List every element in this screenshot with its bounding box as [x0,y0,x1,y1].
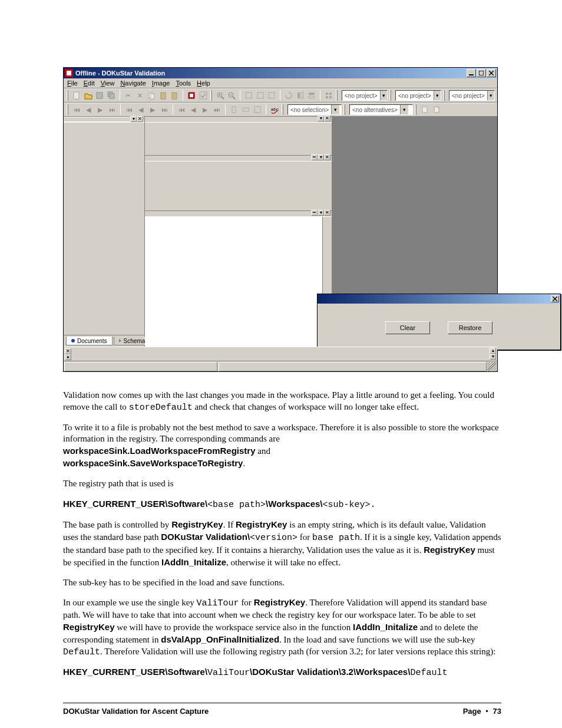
alternatives-combo[interactable]: <no alternatives>▾ [349,104,413,115]
chevron-down-icon[interactable]: ▾ [434,91,441,100]
bottom-close-icon[interactable]: ✕ [65,348,71,354]
menu-edit[interactable]: Edit [84,80,95,87]
svg-rect-24 [246,93,252,98]
pane-min-icon[interactable]: ━ [311,210,318,216]
save-icon[interactable] [94,90,105,101]
chevron-down-icon[interactable]: ▾ [331,105,339,114]
page1-icon[interactable] [419,104,430,115]
svg-rect-6 [74,92,79,99]
next-icon[interactable]: ▶ [95,104,105,115]
tab-documents[interactable]: Documents [66,337,113,345]
scroll-down-icon[interactable]: ▾ [490,354,496,360]
pane-dropdown-icon[interactable]: ▾ [318,210,324,216]
code-text: storeDefault [129,403,193,413]
svg-line-18 [222,97,224,99]
pane-close-icon[interactable]: ✕ [324,154,330,160]
menu-tools[interactable]: Tools [176,80,191,87]
api-name: workspaceSink.LoadWorkspaceFromRegistry [63,446,256,456]
svg-rect-3 [479,71,484,75]
toolbar-2: ⏮ ◀ ▶ ⏭ ⏮ ◀ ▶ ⏭ ⏮ ◀ ▶ ⏭ abc <no selectio… [64,103,497,117]
project-combo-3[interactable]: <no project>▾ [449,90,495,101]
new-icon[interactable] [71,90,82,101]
copy-icon[interactable] [146,90,157,101]
chevron-down-icon[interactable]: ▾ [487,91,494,100]
svg-rect-31 [326,93,328,95]
chevron-down-icon[interactable]: ▾ [380,91,387,100]
prev2-icon[interactable]: ◀ [135,104,146,115]
minimize-button[interactable] [467,69,476,77]
clear-button[interactable]: Clear [385,321,430,334]
fit3-icon[interactable] [267,90,277,101]
pane-dropdown-icon[interactable]: ▾ [318,116,324,121]
registry-path: HKEY_CURRENT_USER\Software\ [63,667,207,677]
saveall-icon[interactable] [106,90,117,101]
first3-icon[interactable]: ⏮ [176,104,187,115]
restore-button[interactable]: Restore [448,321,492,334]
fit1-icon[interactable] [243,90,254,101]
close-button[interactable] [487,69,496,77]
prev3-icon[interactable]: ◀ [188,104,199,115]
menu-navigate[interactable]: Navigate [120,80,146,87]
spellcheck-icon[interactable]: abc [269,104,280,115]
svg-rect-2 [469,74,474,75]
body-text: and check that changes of workspace will… [193,402,419,411]
delete-icon[interactable]: ✕ [135,90,146,101]
pane-dropdown-icon[interactable]: ▾ [130,116,137,122]
zoomin-icon[interactable] [215,90,226,101]
cut-icon[interactable]: ✂ [123,90,134,101]
layout1-icon[interactable] [295,90,306,101]
svg-rect-7 [97,93,103,98]
paste-icon[interactable] [158,90,168,101]
app-icon [65,69,73,77]
chevron-down-icon[interactable]: ▾ [400,105,408,114]
svg-rect-29 [309,93,315,95]
layout3-icon[interactable] [323,90,334,101]
svg-rect-15 [190,94,193,97]
app-body: ▾ ✕ Documents Schema ▾✕ ━▾✕ [64,117,497,347]
menu-file[interactable]: File [67,80,78,87]
resize-grip-icon[interactable] [487,362,497,371]
svg-rect-32 [329,93,332,95]
layout2-icon[interactable] [307,90,318,101]
first-icon[interactable]: ⏮ [71,104,82,115]
next3-icon[interactable]: ▶ [200,104,210,115]
next2-icon[interactable]: ▶ [147,104,158,115]
last3-icon[interactable]: ⏭ [211,104,222,115]
dialog-close-icon[interactable] [551,295,559,302]
pane-min-icon[interactable]: ━ [311,154,318,160]
last2-icon[interactable]: ⏭ [159,104,170,115]
prev-icon[interactable]: ◀ [83,104,94,115]
open-icon[interactable] [83,90,94,101]
page2-icon[interactable] [431,104,442,115]
pane-close-icon[interactable]: ✕ [324,210,330,216]
check-icon[interactable] [198,90,209,101]
scroll-up-icon[interactable]: ▴ [490,348,496,354]
first2-icon[interactable]: ⏮ [124,104,134,115]
pane-dropdown-icon[interactable]: ▾ [318,154,324,160]
maximize-button[interactable] [477,69,486,77]
menu-view[interactable]: View [101,80,115,87]
rotate-icon[interactable] [283,90,294,101]
selection-combo[interactable]: <no selection>▾ [287,104,342,115]
body-text: The registry path that is used is [63,478,501,490]
paste2-icon[interactable] [170,90,180,101]
bottom-right-icon[interactable]: ▸ [65,354,71,360]
menu-help[interactable]: Help [197,80,210,87]
project-combo-1[interactable]: <no project>▾ [342,90,388,101]
api-name: workspaceSink.SaveWorkspaceToRegistry [63,458,243,468]
pane-close-icon[interactable]: ✕ [137,116,143,122]
project-combo-2[interactable]: <no project>▾ [395,90,441,101]
last-icon[interactable]: ⏭ [107,104,117,115]
pane-close-icon[interactable]: ✕ [324,116,330,121]
left-pane: ▾ ✕ Documents Schema [64,117,145,347]
fit2-icon[interactable] [255,90,266,101]
tool-b-icon[interactable] [240,104,251,115]
menu-image[interactable]: Image [152,80,170,87]
tool-c-icon[interactable] [252,104,263,115]
svg-rect-36 [243,108,249,111]
notes-icon[interactable] [186,90,197,101]
svg-rect-25 [257,93,263,98]
statusbar [64,361,497,371]
tool-a-icon[interactable] [229,104,239,115]
zoomout-icon[interactable] [226,90,237,101]
